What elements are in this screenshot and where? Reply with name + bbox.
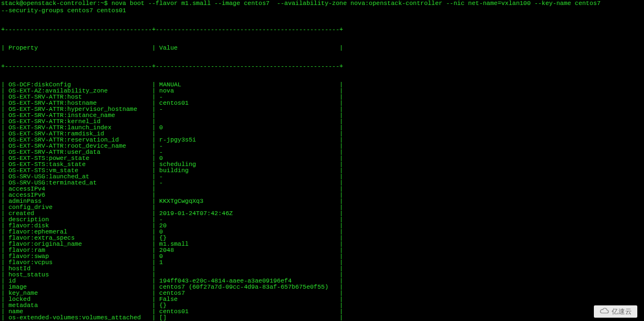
table-divider-top: +---------------------------------------… [1, 27, 643, 33]
watermark-badge: 亿速云 [594, 305, 637, 318]
table-header-row: | Property | Value | [1, 45, 643, 51]
output-table: +---------------------------------------… [0, 14, 644, 321]
terminal-window: { "prompt": { "user_host": "stack@openst… [0, 0, 644, 321]
prompt-line-1: stack@openstack-controller:~$ nova boot … [0, 0, 644, 7]
prompt-line-2: --security-groups centos7 centos01 [0, 7, 644, 14]
prompt-user-host: stack@openstack-controller:~$ [1, 0, 108, 7]
watermark-text: 亿速云 [612, 309, 632, 315]
cloud-icon [599, 307, 609, 316]
table-body: | OS-DCF:diskConfig | MANUAL || OS-EXT-A… [1, 82, 643, 321]
table-divider-mid: +---------------------------------------… [1, 64, 643, 70]
command-line-1: nova boot --flavor m1.small --image cent… [108, 0, 601, 7]
command-line-2: --security-groups centos7 centos01 [1, 7, 126, 14]
